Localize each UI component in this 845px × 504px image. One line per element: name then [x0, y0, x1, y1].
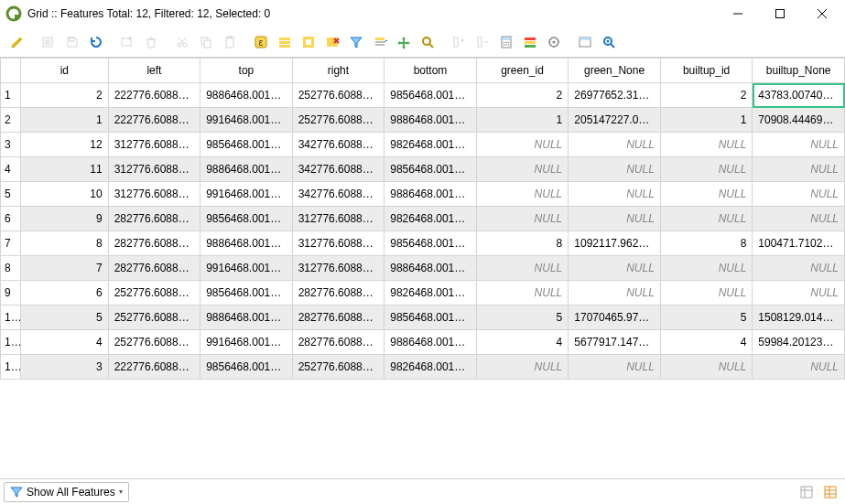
zoom-to-icon[interactable] — [416, 30, 439, 54]
cell[interactable]: 312776.6088213... — [292, 207, 385, 231]
row-header[interactable]: 3 — [1, 133, 21, 157]
cell[interactable]: 252776.6088213... — [108, 306, 200, 330]
row-header[interactable]: 11 — [1, 330, 21, 355]
cell[interactable]: NULL — [753, 133, 845, 157]
cell[interactable]: 17070465.97334... — [569, 306, 661, 330]
cell[interactable]: 252776.6088213... — [108, 281, 200, 306]
cell[interactable]: 59984.20123780... — [753, 330, 845, 355]
cell[interactable]: NULL — [569, 182, 661, 207]
cell[interactable]: 9856468.001403... — [200, 133, 293, 157]
cell[interactable]: NULL — [569, 207, 661, 231]
cell[interactable]: 1092117.962187... — [569, 231, 661, 256]
add-feature-icon[interactable] — [115, 30, 139, 54]
column-header[interactable]: id — [21, 59, 109, 83]
cell[interactable]: 9826468.001403... — [385, 133, 477, 157]
cell[interactable]: 312776.6088213... — [108, 182, 200, 207]
cell[interactable]: 222776.6088213... — [108, 108, 200, 133]
row-header[interactable]: 4 — [1, 157, 21, 182]
column-header[interactable]: builtup_id — [660, 59, 753, 83]
identify-icon[interactable] — [597, 30, 621, 54]
table-row[interactable]: 21222776.6088213...9916468.001403...2527… — [1, 108, 845, 133]
cell[interactable]: NULL — [569, 256, 661, 281]
cell[interactable]: 5 — [660, 306, 753, 330]
column-header[interactable]: top — [200, 59, 293, 83]
cell[interactable]: 26977652.31071... — [569, 83, 661, 108]
new-column-icon[interactable] — [447, 30, 471, 54]
cell[interactable]: NULL — [476, 355, 569, 380]
table-row[interactable]: 510312776.6088213...9916468.001403...342… — [1, 182, 845, 207]
cell[interactable]: 12 — [21, 133, 109, 157]
filter-icon[interactable] — [344, 30, 368, 54]
cell[interactable]: 9916468.001403... — [200, 330, 293, 355]
form-view-button[interactable] — [796, 482, 818, 502]
cell[interactable]: 282776.6088213... — [292, 330, 385, 355]
column-header[interactable]: left — [108, 59, 200, 83]
cell[interactable]: NULL — [753, 355, 845, 380]
cell[interactable]: NULL — [660, 256, 753, 281]
cell[interactable]: 9886468.001403... — [385, 182, 477, 207]
paste-icon[interactable] — [218, 30, 242, 54]
column-header[interactable]: builtup_None — [753, 59, 845, 83]
column-header[interactable]: green_id — [476, 59, 569, 83]
conditional-format-icon[interactable] — [518, 30, 542, 54]
cell[interactable]: 205147227.0612... — [569, 108, 661, 133]
delete-column-icon[interactable] — [471, 30, 494, 54]
edit-pencil-icon[interactable] — [5, 30, 29, 54]
cell[interactable]: 2 — [476, 83, 569, 108]
pan-to-icon[interactable] — [392, 30, 416, 54]
column-header[interactable]: right — [292, 59, 385, 83]
cell[interactable]: 312776.6088213... — [108, 133, 200, 157]
cell[interactable]: 252776.6088213... — [108, 330, 200, 355]
cell[interactable]: 9856468.001403... — [385, 157, 477, 182]
cell[interactable]: 9826468.001403... — [385, 355, 477, 380]
table-row[interactable]: 105252776.6088213...9886468.001403...282… — [1, 306, 845, 330]
table-row[interactable]: 123222776.6088213...9856468.001403...252… — [1, 355, 845, 380]
row-header[interactable]: 2 — [1, 108, 21, 133]
table-row[interactable]: 312312776.6088213...9856468.001403...342… — [1, 133, 845, 157]
cell[interactable]: 282776.6088213... — [108, 256, 200, 281]
select-all-icon[interactable] — [273, 30, 297, 54]
cell[interactable]: 9886468.001403... — [385, 108, 477, 133]
cell[interactable]: 43783.00740893... — [753, 83, 845, 108]
cell[interactable]: 282776.6088213... — [108, 207, 200, 231]
row-header[interactable]: 5 — [1, 182, 21, 207]
row-header[interactable]: 8 — [1, 256, 21, 281]
cell[interactable]: NULL — [569, 157, 661, 182]
table-view-button[interactable] — [819, 482, 841, 502]
cell[interactable]: NULL — [753, 207, 845, 231]
invert-selection-icon[interactable] — [297, 30, 320, 54]
table-row[interactable]: 96252776.6088213...9856468.001403...2827… — [1, 281, 845, 306]
move-top-icon[interactable] — [368, 30, 392, 54]
cell[interactable]: 252776.6088213... — [292, 108, 385, 133]
column-header[interactable]: bottom — [385, 59, 477, 83]
cell[interactable]: 9916468.001403... — [200, 182, 293, 207]
cell[interactable]: NULL — [753, 182, 845, 207]
select-expression-icon[interactable]: ε — [249, 30, 273, 54]
show-all-features-button[interactable]: Show All Features ▾ — [4, 482, 129, 502]
actions-icon[interactable] — [542, 30, 566, 54]
cell[interactable]: 9916468.001403... — [200, 256, 293, 281]
cell[interactable]: 10 — [21, 182, 109, 207]
cell[interactable]: 342776.6088213... — [292, 133, 385, 157]
attribute-table[interactable]: idlefttoprightbottomgreen_idgreen_Nonebu… — [0, 57, 845, 478]
save-icon[interactable] — [60, 30, 84, 54]
cell[interactable]: 9886468.001403... — [385, 330, 477, 355]
cell[interactable]: NULL — [660, 133, 753, 157]
cell[interactable]: 9856468.001403... — [385, 231, 477, 256]
maximize-button[interactable] — [759, 0, 801, 27]
row-header[interactable]: 6 — [1, 207, 21, 231]
cell[interactable]: 8 — [476, 231, 569, 256]
cell[interactable]: NULL — [569, 133, 661, 157]
cell[interactable]: 1 — [660, 108, 753, 133]
cell[interactable]: 342776.6088213... — [292, 182, 385, 207]
cell[interactable]: 222776.6088213... — [108, 355, 200, 380]
cell[interactable]: 9856468.001403... — [385, 83, 477, 108]
row-header[interactable]: 1 — [1, 83, 21, 108]
cell[interactable]: 3 — [21, 355, 109, 380]
field-calculator-icon[interactable] — [494, 30, 518, 54]
cell[interactable]: NULL — [660, 207, 753, 231]
cell[interactable]: 7 — [21, 256, 109, 281]
cut-icon[interactable] — [170, 30, 194, 54]
cell[interactable]: 312776.6088213... — [292, 231, 385, 256]
cell[interactable]: 282776.6088213... — [292, 281, 385, 306]
